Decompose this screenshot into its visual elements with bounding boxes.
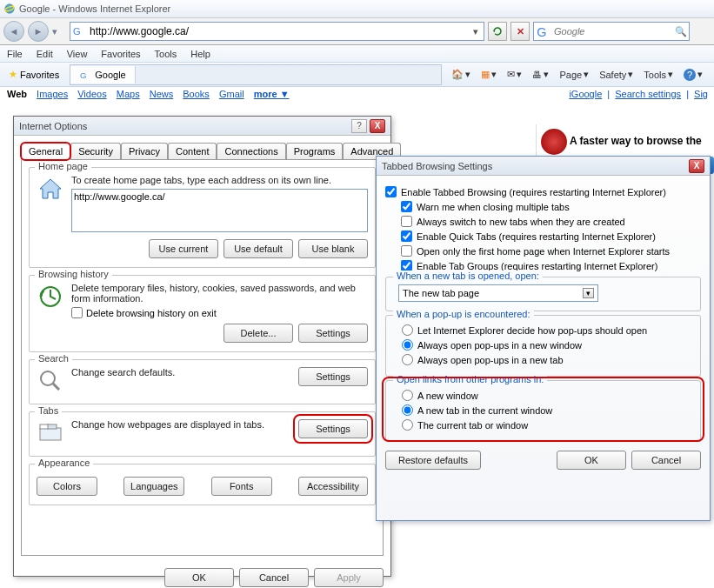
restore-defaults-button[interactable]: Restore defaults	[385, 451, 481, 470]
page-content: Web Images Videos Maps News Books Gmail …	[0, 87, 714, 103]
use-current-button[interactable]: Use current	[149, 239, 218, 258]
tab-security[interactable]: Security	[70, 143, 121, 159]
rb-popup-newtab-input[interactable]	[402, 354, 413, 365]
io-cancel-button[interactable]: Cancel	[239, 568, 309, 587]
cb-warn-closing[interactable]: Warn me when closing multiple tabs	[401, 199, 701, 214]
gnav-news[interactable]: News	[150, 89, 174, 99]
menu-view[interactable]: View	[67, 49, 88, 59]
gnav-more[interactable]: more ▼	[254, 89, 290, 99]
io-apply-button[interactable]: Apply	[314, 568, 384, 587]
refresh-button[interactable]	[488, 22, 507, 41]
colors-button[interactable]: Colors	[37, 477, 97, 496]
languages-button[interactable]: Languages	[123, 477, 184, 496]
gnav-books[interactable]: Books	[183, 89, 210, 99]
svg-rect-10	[48, 424, 57, 429]
cb-enable-tabbed[interactable]: Enable Tabbed Browsing (requires restart…	[385, 184, 701, 199]
forward-button[interactable]: ►	[28, 21, 49, 42]
rb-links-newwin[interactable]: A new window	[393, 388, 693, 403]
history-delete-button[interactable]: Delete...	[224, 324, 293, 343]
mail-button[interactable]: ✉▾	[503, 66, 526, 83]
accessibility-button[interactable]: Accessibility	[298, 477, 368, 496]
search-go-icon[interactable]: 🔍	[675, 26, 687, 37]
tab-privacy[interactable]: Privacy	[121, 143, 168, 159]
use-default-button[interactable]: Use default	[224, 239, 293, 258]
rb-popup-newwin[interactable]: Always open pop-ups in a new window	[393, 337, 693, 352]
address-bar[interactable]: G ▾	[70, 22, 484, 41]
stop-button[interactable]: ✕	[510, 22, 530, 41]
tab-programs[interactable]: Programs	[286, 143, 344, 159]
gnav-videos[interactable]: Videos	[77, 89, 106, 99]
search-settings-button[interactable]: Settings	[298, 367, 368, 386]
rb-popup-ie-input[interactable]	[402, 324, 413, 336]
rb-links-newtab[interactable]: A new tab in the current window	[393, 403, 693, 418]
cb-quick-tabs[interactable]: Enable Quick Tabs (requires restarting I…	[401, 229, 701, 244]
url-input[interactable]	[90, 25, 470, 37]
menu-help[interactable]: Help	[190, 49, 210, 59]
link-igoogle[interactable]: iGoogle	[569, 89, 602, 99]
io-bottom-buttons: OK Cancel Apply	[14, 563, 390, 588]
delete-on-exit-checkbox[interactable]	[71, 307, 83, 318]
safety-menu[interactable]: Safety▾	[595, 66, 637, 83]
cb-quick-tabs-input[interactable]	[401, 231, 412, 242]
help-button[interactable]: ?▾	[679, 66, 707, 84]
io-help-button[interactable]: ?	[351, 119, 367, 133]
gnav-gmail[interactable]: Gmail	[219, 89, 244, 99]
use-blank-button[interactable]: Use blank	[298, 239, 368, 258]
cb-first-home[interactable]: Open only the first home page when Inter…	[401, 244, 701, 258]
tb-cancel-button[interactable]: Cancel	[631, 451, 701, 470]
rb-links-newwin-input[interactable]	[402, 390, 413, 401]
search-input[interactable]	[554, 26, 675, 37]
rb-links-current-input[interactable]	[402, 419, 413, 431]
cb-switch-new-input[interactable]	[401, 216, 412, 227]
gnav-web[interactable]: Web	[7, 89, 27, 99]
menu-edit[interactable]: Edit	[37, 49, 53, 59]
menu-favorites[interactable]: Favorites	[101, 49, 140, 59]
rb-links-current[interactable]: The current tab or window	[393, 418, 693, 432]
cb-enable-tabbed-input[interactable]	[385, 186, 397, 197]
rb-links-newtab-input[interactable]	[402, 404, 413, 416]
cb-quick-tabs-label: Enable Quick Tabs (requires restarting I…	[417, 231, 656, 242]
nav-toolbar: ◄ ► ▾ G ▾ ✕ G 🔍	[0, 17, 714, 45]
browser-tab[interactable]: G Google	[70, 66, 135, 84]
io-close-button[interactable]: X	[370, 119, 385, 133]
home-icon: 🏠	[451, 69, 464, 80]
gnav-images[interactable]: Images	[37, 89, 68, 99]
print-button[interactable]: 🖶▾	[528, 66, 553, 83]
io-ok-button[interactable]: OK	[164, 568, 234, 587]
tabs-settings-button[interactable]: Settings	[298, 419, 368, 438]
tb-close-button[interactable]: X	[689, 159, 704, 173]
rb-popup-newwin-input[interactable]	[402, 339, 413, 351]
cb-switch-new[interactable]: Always switch to new tabs when they are …	[401, 214, 701, 229]
homepage-input[interactable]	[71, 189, 368, 232]
back-button[interactable]: ◄	[3, 21, 24, 42]
tools-menu[interactable]: Tools▾	[639, 66, 677, 83]
gnav-maps[interactable]: Maps	[117, 89, 140, 99]
cb-first-home-input[interactable]	[401, 245, 412, 257]
tab-content[interactable]: Content	[168, 143, 217, 159]
search-box[interactable]: G 🔍	[533, 22, 690, 41]
menu-tools[interactable]: Tools	[155, 49, 177, 59]
link-search-settings[interactable]: Search settings	[615, 89, 681, 99]
recent-dropdown-icon[interactable]: ▾	[52, 26, 57, 37]
cb-warn-closing-input[interactable]	[401, 201, 412, 212]
tb-ok-button[interactable]: OK	[557, 451, 626, 470]
page-menu[interactable]: Page▾	[555, 66, 593, 83]
tab-connections[interactable]: Connections	[217, 143, 285, 159]
history-settings-button[interactable]: Settings	[298, 324, 368, 343]
url-dropdown-icon[interactable]: ▾	[470, 26, 482, 37]
fonts-button[interactable]: Fonts	[211, 477, 272, 496]
menu-file[interactable]: File	[7, 49, 23, 59]
rb-popup-newtab[interactable]: Always open pop-ups in a new tab	[393, 352, 693, 367]
delete-on-exit[interactable]: Delete browsing history on exit	[71, 307, 368, 318]
favorites-button[interactable]: ★ Favorites	[3, 67, 64, 82]
feeds-button[interactable]: ▦▾	[477, 66, 501, 83]
newtab-dropdown[interactable]: The new tab page ▾	[398, 284, 598, 302]
ie-icon	[3, 3, 16, 15]
cb-first-home-label: Open only the first home page when Inter…	[417, 246, 670, 257]
link-signin[interactable]: Sig	[694, 89, 708, 99]
cb-switch-new-label: Always switch to new tabs when they are …	[417, 217, 625, 227]
google-favicon: G	[536, 23, 554, 41]
home-button[interactable]: 🏠▾	[447, 66, 475, 83]
rb-popup-ie[interactable]: Let Internet Explorer decide how pop-ups…	[393, 323, 693, 337]
tab-general[interactable]: General	[21, 143, 70, 160]
